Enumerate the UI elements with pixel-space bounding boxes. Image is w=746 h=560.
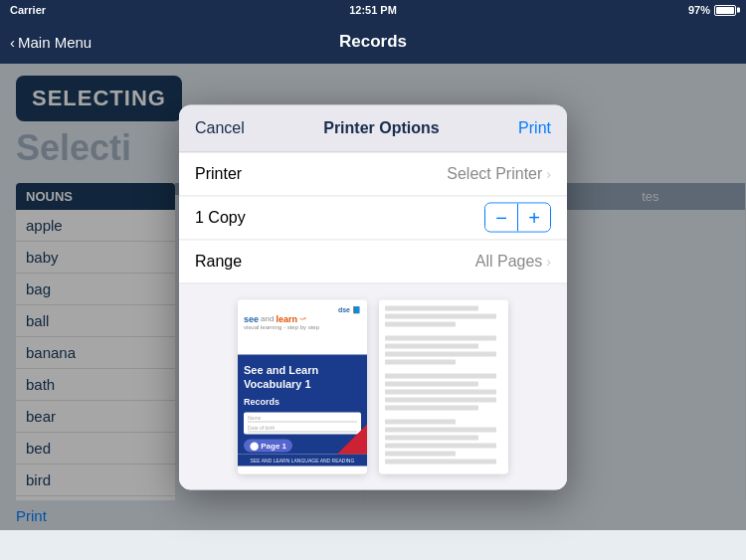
text-line (385, 305, 478, 310)
range-value: All Pages › (475, 253, 551, 271)
main-content: SELECTING Selecti NOUNS apple baby bag b… (0, 64, 746, 530)
dse-badge: dse 📘 (244, 305, 361, 313)
modal-header: Cancel Printer Options Print (179, 104, 567, 152)
back-label: Main Menu (18, 34, 92, 51)
text-line (385, 419, 456, 424)
range-chevron-icon: › (546, 254, 551, 270)
preview-text-page (379, 299, 508, 473)
select-printer-text: Select Printer (447, 165, 542, 183)
cover-blue-section: See and LearnVocabulary 1 Records Name D… (238, 354, 367, 454)
copies-row: 1 Copy − + (179, 196, 567, 240)
nav-title: Records (339, 32, 407, 52)
text-line (385, 381, 478, 386)
modal-print-button[interactable]: Print (518, 119, 551, 137)
stepper-minus-button[interactable]: − (485, 204, 517, 232)
status-indicators: 97% (688, 4, 736, 16)
see-and-learn-logo: see and learn ⤻ (244, 313, 361, 323)
cover-top: dse 📘 see and learn ⤻ visual learning - … (238, 299, 367, 354)
text-line (385, 373, 496, 378)
learn-icon: ⤻ (299, 314, 306, 323)
back-chevron-icon: ‹ (10, 34, 15, 51)
cover-title: See and LearnVocabulary 1 (244, 362, 361, 391)
range-row[interactable]: Range All Pages › (179, 240, 567, 283)
copies-stepper[interactable]: − + (484, 203, 551, 233)
text-line (385, 313, 496, 318)
modal-title: Printer Options (323, 119, 439, 137)
text-line (385, 459, 496, 464)
form-line-name: Name (248, 415, 357, 423)
all-pages-text: All Pages (475, 253, 543, 271)
red-triangle-decoration (337, 424, 367, 454)
text-line (385, 343, 478, 348)
status-bar: Carrier 12:51 PM 97% (0, 0, 746, 20)
dse-logo: dse (338, 306, 350, 313)
printer-chevron-icon: › (546, 166, 551, 182)
text-line (385, 435, 478, 440)
tagline: visual learning - step by step (244, 323, 361, 329)
printer-options-modal: Cancel Printer Options Print Printer Sel… (179, 104, 567, 489)
text-line (385, 443, 496, 448)
cover-page-content: dse 📘 see and learn ⤻ visual learning - … (238, 299, 367, 473)
printer-row[interactable]: Printer Select Printer › (179, 152, 567, 196)
back-button[interactable]: ‹ Main Menu (10, 34, 92, 51)
text-line (385, 451, 456, 456)
dse-icon: 📘 (352, 305, 361, 313)
printer-value: Select Printer › (447, 165, 551, 183)
text-line (385, 351, 496, 356)
text-line (385, 427, 496, 432)
text-line (385, 389, 496, 394)
learn-text: learn (276, 313, 297, 323)
battery-icon (714, 5, 736, 16)
cover-footer: SEE AND LEARN LANGUAGE AND READING (238, 454, 367, 466)
printer-label: Printer (195, 165, 242, 183)
page-badge: ⬤ Page 1 (244, 440, 292, 453)
text-line (385, 405, 478, 410)
text-page-content (379, 299, 508, 473)
copies-label: 1 Copy (195, 209, 246, 227)
stepper-plus-button[interactable]: + (518, 204, 550, 232)
preview-cover-page: dse 📘 see and learn ⤻ visual learning - … (238, 299, 367, 473)
battery-percent: 97% (688, 4, 710, 16)
print-preview: dse 📘 see and learn ⤻ visual learning - … (179, 283, 567, 489)
range-label: Range (195, 253, 242, 271)
time-label: 12:51 PM (349, 4, 397, 16)
carrier-label: Carrier (10, 4, 46, 16)
see-text: see (244, 313, 259, 323)
nav-bar: ‹ Main Menu Records (0, 20, 746, 64)
text-line (385, 321, 456, 326)
text-line (385, 397, 496, 402)
modal-cancel-button[interactable]: Cancel (195, 119, 245, 137)
cover-records: Records (244, 397, 361, 407)
text-line (385, 335, 496, 340)
text-line (385, 359, 456, 364)
and-text: and (261, 314, 274, 323)
